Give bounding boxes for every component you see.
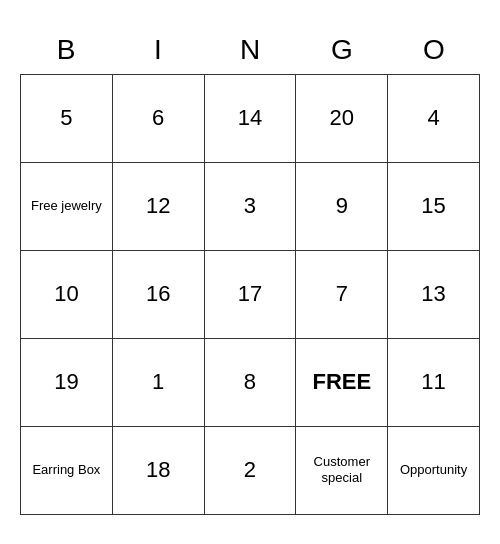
bingo-cell-r1-c1: 12 [113, 163, 205, 251]
bingo-cell-r1-c3: 9 [296, 163, 388, 251]
bingo-cell-r0-c4: 4 [388, 75, 480, 163]
bingo-cell-r3-c4: 11 [388, 339, 480, 427]
bingo-cell-r2-c1: 16 [113, 251, 205, 339]
bingo-cell-r0-c1: 6 [113, 75, 205, 163]
header-letter-i: I [112, 30, 204, 74]
bingo-cell-r1-c0: Free jewelry [21, 163, 113, 251]
bingo-cell-r2-c3: 7 [296, 251, 388, 339]
bingo-cell-r0-c0: 5 [21, 75, 113, 163]
bingo-cell-r3-c1: 1 [113, 339, 205, 427]
bingo-cell-r4-c0: Earring Box [21, 427, 113, 515]
bingo-cell-r1-c2: 3 [205, 163, 297, 251]
bingo-cell-r2-c0: 10 [21, 251, 113, 339]
bingo-cell-r4-c1: 18 [113, 427, 205, 515]
bingo-header: BINGO [20, 30, 480, 74]
bingo-cell-r2-c4: 13 [388, 251, 480, 339]
bingo-cell-r0-c3: 20 [296, 75, 388, 163]
bingo-grid: 5614204Free jewelry1239151016177131918FR… [20, 74, 480, 515]
bingo-cell-r3-c3: FREE [296, 339, 388, 427]
bingo-cell-r4-c2: 2 [205, 427, 297, 515]
bingo-cell-r2-c2: 17 [205, 251, 297, 339]
bingo-cell-r0-c2: 14 [205, 75, 297, 163]
bingo-cell-r3-c2: 8 [205, 339, 297, 427]
header-letter-g: G [296, 30, 388, 74]
bingo-cell-r1-c4: 15 [388, 163, 480, 251]
header-letter-n: N [204, 30, 296, 74]
header-letter-b: B [20, 30, 112, 74]
header-letter-o: O [388, 30, 480, 74]
bingo-card: BINGO 5614204Free jewelry123915101617713… [20, 30, 480, 515]
bingo-cell-r3-c0: 19 [21, 339, 113, 427]
bingo-cell-r4-c3: Customer special [296, 427, 388, 515]
bingo-cell-r4-c4: Opportunity [388, 427, 480, 515]
